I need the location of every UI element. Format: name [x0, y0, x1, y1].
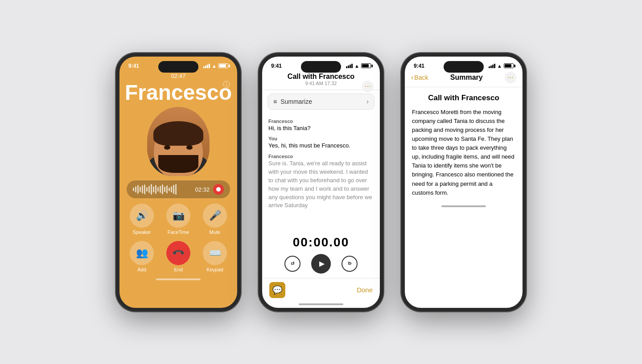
summary-title: Call with Francesco	[412, 94, 515, 102]
home-indicator-2	[299, 303, 343, 305]
add-button[interactable]: 👥 Add	[127, 241, 157, 272]
dynamic-island-2	[301, 61, 341, 73]
status-time-3: 9:41	[414, 63, 424, 69]
signal-bars-2	[346, 64, 353, 68]
chevron-left-icon: ‹	[411, 74, 413, 82]
done-button[interactable]: Done	[357, 286, 373, 294]
facetime-button[interactable]: 📷 FaceTime	[163, 204, 193, 235]
waveform	[133, 184, 191, 195]
speaker-1: You	[268, 136, 374, 141]
summary-nav-title: Summary	[450, 74, 483, 82]
caller-name: Francesco	[119, 81, 237, 105]
more-options-button[interactable]: ⋯	[362, 81, 374, 92]
keypad-button[interactable]: ⌨️ Keypad	[200, 241, 230, 272]
summarize-label: Summarize	[280, 98, 312, 105]
memoji-face	[156, 137, 201, 173]
memoji-head	[154, 125, 203, 176]
transcript-text-1: Yes, hi, this must be Francesco.	[268, 142, 374, 150]
transcript-item-0: Francesco Hi, is this Tania?	[268, 119, 374, 133]
play-button[interactable]: ▶	[311, 254, 331, 274]
wifi-icon-3: ▲	[497, 63, 502, 69]
back-button[interactable]: ‹ Back	[411, 74, 428, 82]
status-icons-1: ▲	[203, 63, 228, 69]
call-controls-grid: 🔊 Speaker 📷 FaceTime 🎤 Mute 👥 Add 📞 End …	[119, 199, 237, 277]
summary-content: Call with Francesco Francesco Moretti fr…	[405, 87, 523, 204]
avatar-container	[119, 107, 237, 176]
transcript-item-1: You Yes, hi, this must be Francesco.	[268, 136, 374, 150]
memoji-avatar	[147, 107, 210, 176]
transcript-subtitle: 9:41 AM 17:32	[269, 81, 373, 86]
summarize-bar[interactable]: ≡ Summarize ›	[268, 94, 374, 110]
battery-icon-1	[218, 63, 228, 68]
mute-button[interactable]: 🎤 Mute	[200, 204, 230, 235]
playback-timer: 00:00.00	[262, 231, 380, 252]
record-button[interactable]	[213, 184, 224, 195]
summary-more-button[interactable]: ⋯	[505, 72, 516, 83]
transcript-text-0: Hi, is this Tania?	[268, 124, 374, 133]
transcript-title: Call with Francesco	[269, 73, 373, 81]
speaker-2: Francesco	[268, 154, 374, 159]
call-duration: 02:32	[195, 186, 210, 193]
memoji-eye-left	[164, 145, 170, 150]
rewind-15-button[interactable]: ↺ 15	[284, 256, 300, 272]
forward-15-button[interactable]: ↻ 15	[342, 256, 358, 272]
status-icons-2: ▲	[346, 63, 371, 69]
summarize-icon: ≡	[273, 98, 277, 105]
dynamic-island-3	[444, 61, 484, 73]
memoji-eye-right	[186, 145, 193, 150]
signal-bars-1	[203, 64, 210, 68]
wifi-icon-2: ▲	[354, 63, 359, 69]
transcript-body: Francesco Hi, is this Tania? You Yes, hi…	[262, 113, 380, 231]
status-time-2: 9:41	[271, 63, 282, 69]
summary-body: Francesco Moretti from the moving compan…	[412, 108, 515, 197]
battery-icon-2	[361, 63, 371, 68]
transcript-item-2: Francesco Sure is. Tania, we're all read…	[268, 154, 374, 210]
speaker-0: Francesco	[268, 119, 374, 124]
dynamic-island	[158, 61, 198, 73]
transcript-content: Call with Francesco 9:41 AM 17:32 ⋯ ≡ Su…	[262, 71, 380, 302]
memoji-beard	[158, 155, 198, 173]
summary-nav: ‹ Back Summary ⋯	[405, 71, 523, 87]
play-icon: ▶	[319, 259, 325, 268]
status-time-1: 9:41	[128, 63, 139, 69]
transcript-footer: 💬 Done	[262, 278, 380, 302]
phone-2-transcript: 9:41 ▲ Call with Francesco 9:41 AM 17:32…	[259, 53, 383, 311]
info-button[interactable]: ⓘ	[222, 81, 231, 90]
call-timer: 02:47	[119, 73, 237, 79]
signal-bars-3	[489, 64, 495, 68]
status-icons-3: ▲	[489, 63, 514, 69]
wifi-icon-1: ▲	[212, 63, 217, 69]
phone-3-summary: 9:41 ▲ ‹ Back Summary ⋯ Call with France…	[401, 53, 526, 311]
speaker-button[interactable]: 🔊 Speaker	[127, 204, 157, 235]
transcript-text-2: Sure is. Tania, we're all ready to assis…	[268, 160, 374, 210]
chat-icon[interactable]: 💬	[269, 282, 285, 298]
chevron-right-icon: ›	[366, 98, 369, 106]
battery-icon-3	[504, 63, 514, 68]
back-label: Back	[414, 74, 428, 81]
playback-controls: ↺ 15 ▶ ↻ 15	[262, 252, 380, 278]
waveform-container: 02:32	[127, 180, 230, 198]
end-call-button[interactable]: 📞 End	[163, 241, 193, 272]
home-indicator-1	[156, 278, 201, 280]
home-indicator-3	[441, 205, 486, 207]
phone-1-active-call: 9:41 ▲ ⓘ 02:47 Francesco	[116, 53, 241, 311]
